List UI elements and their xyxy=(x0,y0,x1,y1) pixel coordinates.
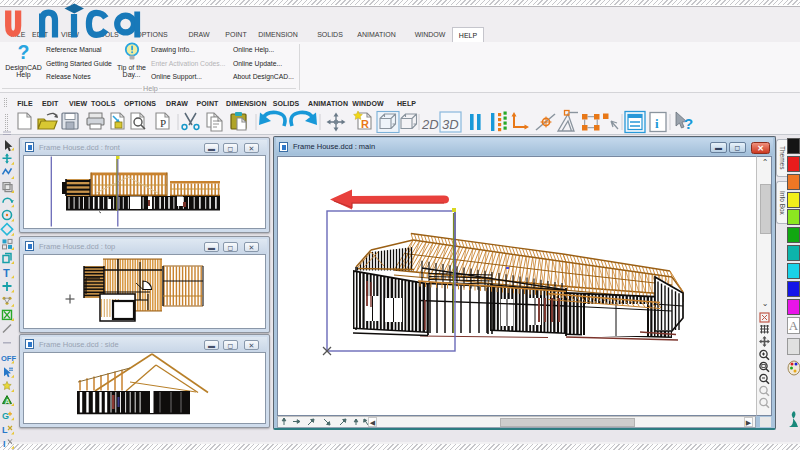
svg-text:3D: 3D xyxy=(442,117,459,132)
svg-text:OFF: OFF xyxy=(1,354,16,363)
svg-text:i: i xyxy=(655,116,659,131)
svg-text:2D: 2D xyxy=(421,117,439,132)
svg-text:A: A xyxy=(5,398,10,405)
svg-text:?: ? xyxy=(684,115,693,132)
svg-text:L: L xyxy=(2,425,8,435)
svg-text:I: I xyxy=(3,439,6,449)
svg-text:P: P xyxy=(160,117,166,129)
svg-text:R: R xyxy=(361,118,369,130)
svg-text:G: G xyxy=(2,411,9,421)
svg-text:T: T xyxy=(3,267,10,279)
